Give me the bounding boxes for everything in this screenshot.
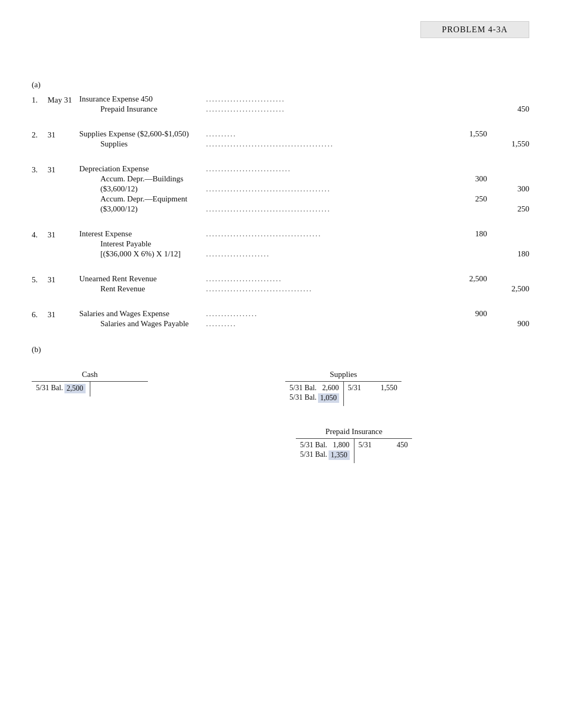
credit-line-1: Prepaid Insurance ......................… [79, 105, 529, 114]
debit-account-3: Depreciation Expense [79, 164, 206, 173]
entry-accounts-4: Interest Expense .......................… [79, 229, 529, 260]
debit-line-5: Unearned Rent Revenue ..................… [79, 274, 529, 283]
t-account-prepaid-row-1: 5/31 Bal. 1,800 [300, 441, 350, 449]
t-account-supplies-credit-row-1: 5/31 1,550 [348, 384, 398, 392]
page-title: PROBLEM 4-3A [420, 21, 529, 38]
debit-dots-4: ...................................... [206, 229, 461, 238]
t-account-prepaid-credit-row-1: 5/31 450 [359, 441, 408, 449]
credit-account-4b: [($36,000 X 6%) X 1/12] [79, 250, 206, 259]
t-accounts-row-2: Prepaid Insurance 5/31 Bal. 1,800 5/31 B… [32, 427, 529, 463]
credit-dots-3d: ........................................… [206, 205, 461, 214]
credit-value-5: 2,500 [498, 284, 529, 293]
cash-value-1: 2,500 [64, 384, 86, 393]
credit-dots-1: .......................... [206, 105, 461, 114]
debit-amount-6: 900 [461, 309, 498, 318]
entry-num-6: 6. [32, 309, 48, 319]
t-account-prepaid-body: 5/31 Bal. 1,800 5/31 Bal. 1,350 5/31 450 [296, 438, 412, 463]
credit-account-3a: Accum. Depr.—Buildings [79, 174, 206, 183]
credit-account-2: Supplies [79, 140, 206, 149]
credit-account-6: Salaries and Wages Payable [79, 319, 206, 328]
credit-line-3a: Accum. Depr.—Buildings 300 [79, 174, 529, 183]
credit-line-2: Supplies ...............................… [79, 140, 529, 149]
t-account-supplies-left: 5/31 Bal. 2,600 5/31 Bal. 1,050 [285, 382, 344, 406]
debit-dots-6: ................. [206, 309, 461, 318]
credit-dots-6: .......... [206, 319, 461, 328]
entry-num-4: 4. [32, 229, 48, 239]
supplies-label-2: 5/31 Bal. [289, 393, 316, 403]
entry-num-5: 5. [32, 274, 48, 284]
journal-entry-6: 6. 31 Salaries and Wages Expense .......… [32, 309, 529, 329]
debit-dots-3: ............................ [206, 164, 461, 173]
debit-dots-1: .......................... [206, 95, 461, 104]
debit-val-3c: 250 [461, 195, 498, 204]
debit-line-3: Depreciation Expense ...................… [79, 164, 529, 173]
debit-line-1: Insurance Expense 450 ..................… [79, 95, 529, 104]
prepaid-label-2: 5/31 Bal. [300, 450, 327, 460]
t-account-supplies-title: Supplies [285, 370, 401, 379]
entry-date-1: May 31 [48, 95, 79, 105]
credit-account-5: Rent Revenue [79, 284, 206, 293]
supplies-label-1: 5/31 Bal. [289, 384, 316, 392]
prepaid-label-1: 5/31 Bal. [300, 441, 327, 449]
credit-line-4a: Interest Payable [79, 239, 529, 248]
t-account-prepaid-title: Prepaid Insurance [296, 427, 412, 436]
journal-entry-3: 3. 31 Depreciation Expense .............… [32, 164, 529, 215]
journal-entry-1: 1. May 31 Insurance Expense 450 ........… [32, 95, 529, 115]
debit-amount-2: 1,550 [461, 130, 498, 139]
t-account-prepaid-left: 5/31 Bal. 1,800 5/31 Bal. 1,350 [296, 439, 354, 463]
t-account-cash-row-1: 5/31 Bal. 2,500 [36, 384, 86, 393]
supplies-credit-value-1: 1,550 [381, 384, 398, 392]
credit-dots-4b: ..................... [206, 250, 461, 259]
debit-line-2: Supplies Expense ($2,600-$1,050) .......… [79, 130, 529, 139]
t-account-cash-right [90, 382, 148, 397]
credit-account-3d: ($3,000/12) [79, 205, 206, 214]
supplies-value-1: 2,600 [322, 384, 339, 392]
entry-accounts-2: Supplies Expense ($2,600-$1,050) .......… [79, 130, 529, 150]
entry-date-3: 31 [48, 164, 79, 174]
journal-entry-2: 2. 31 Supplies Expense ($2,600-$1,050) .… [32, 130, 529, 150]
entry-accounts-3: Depreciation Expense ...................… [79, 164, 529, 215]
entry-accounts-6: Salaries and Wages Expense .............… [79, 309, 529, 329]
t-account-supplies-body: 5/31 Bal. 2,600 5/31 Bal. 1,050 5/31 1,5… [285, 381, 401, 406]
debit-val-3a: 300 [461, 174, 498, 183]
debit-account-2: Supplies Expense ($2,600-$1,050) [79, 130, 206, 139]
entry-accounts-1: Insurance Expense 450 ..................… [79, 95, 529, 115]
credit-line-4b: [($36,000 X 6%) X 1/12] ................… [79, 250, 529, 259]
t-account-cash-body: 5/31 Bal. 2,500 [32, 381, 148, 397]
credit-dots-3b: ........................................… [206, 185, 461, 193]
prepaid-value-1: 1,800 [333, 441, 350, 449]
cash-label-1: 5/31 Bal. [36, 384, 63, 393]
credit-val-4b: 180 [498, 250, 529, 259]
debit-account-4: Interest Expense [79, 229, 206, 238]
credit-line-5: Rent Revenue ...........................… [79, 284, 529, 293]
t-account-cash-left: 5/31 Bal. 2,500 [32, 382, 90, 397]
t-account-cash-title: Cash [32, 370, 148, 379]
credit-value-6: 900 [498, 319, 529, 328]
entry-accounts-5: Unearned Rent Revenue ..................… [79, 274, 529, 294]
debit-account-1: Insurance Expense 450 [79, 95, 206, 104]
credit-account-4a: Interest Payable [79, 239, 206, 248]
credit-line-6: Salaries and Wages Payable .......... 90… [79, 319, 529, 328]
credit-value-2: 1,550 [498, 140, 529, 149]
prepaid-value-2: 1,350 [329, 450, 350, 460]
entry-date-6: 31 [48, 309, 79, 319]
debit-dots-5: ......................... [206, 274, 461, 283]
entry-num-3: 3. [32, 164, 48, 174]
debit-amount-5: 2,500 [461, 274, 498, 283]
credit-line-3d: ($3,000/12) ............................… [79, 205, 529, 214]
entry-date-4: 31 [48, 229, 79, 239]
t-account-prepaid-right: 5/31 450 [354, 439, 413, 463]
debit-amount-4: 180 [461, 229, 498, 238]
debit-account-6: Salaries and Wages Expense [79, 309, 206, 318]
credit-dots-2: ........................................… [206, 140, 461, 149]
section-a-label: (a) [32, 80, 529, 89]
entry-date-2: 31 [48, 130, 79, 140]
debit-dots-2: .......... [206, 130, 461, 139]
prepaid-credit-value-1: 450 [397, 441, 408, 449]
journal-entry-5: 5. 31 Unearned Rent Revenue ............… [32, 274, 529, 294]
credit-val-3d: 250 [498, 205, 529, 214]
credit-account-3c: Accum. Depr.—Equipment [79, 195, 206, 204]
journal-entry-4: 4. 31 Interest Expense .................… [32, 229, 529, 260]
t-account-supplies-row-2: 5/31 Bal. 1,050 [289, 393, 339, 403]
debit-line-6: Salaries and Wages Expense .............… [79, 309, 529, 318]
